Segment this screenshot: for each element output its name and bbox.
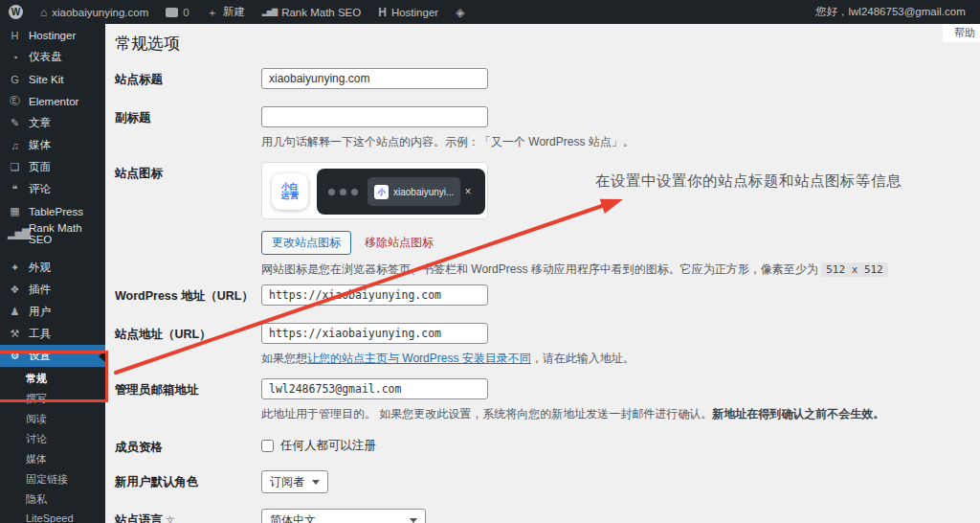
sidebar-item-site-kit[interactable]: G Site Kit xyxy=(0,68,105,90)
settings-general-page: 常规选项 站点标题 副标题 用几句话解释一下这个站点的内容。示例：「又一个 Wo… xyxy=(105,24,980,523)
favicon-icon: 小 xyxy=(374,185,389,199)
plugin-icon: ❖ xyxy=(8,284,22,296)
admin-sidebar: H Hostinger ◔ 仪表盘 G Site Kit Ⓔ Elementor… xyxy=(0,24,105,523)
site-language-value: 简体中文 xyxy=(270,512,316,523)
sidebar-item-label: Hostinger xyxy=(29,30,76,41)
submenu-item-permalinks[interactable]: 固定链接 xyxy=(0,469,105,489)
sidebar-item-tablepress[interactable]: ▦ TablePress xyxy=(0,200,105,222)
admin-bar: W ⌂ xiaobaiyunying.com 0 ＋ 新建 ▂▅▇ Rank M… xyxy=(0,0,980,24)
adminbar-diamond[interactable]: ◈ xyxy=(447,0,473,24)
site-language-label-text: 站点语言 xyxy=(115,513,163,523)
adminbar-comments[interactable]: 0 xyxy=(157,0,197,24)
sidebar-item-dashboard[interactable]: ◔ 仪表盘 xyxy=(0,46,105,68)
default-role-select[interactable]: 订阅者 xyxy=(261,470,328,493)
adminbar-new-label: 新建 xyxy=(223,5,245,19)
site-title-label: 站点标题 xyxy=(115,68,261,88)
site-url-label: 站点地址（URL） xyxy=(115,323,261,343)
sidebar-item-posts[interactable]: ✎ 文章 xyxy=(0,112,105,134)
browser-tab: 小 xiaobaiyunyi... xyxy=(368,177,460,206)
adminbar-rank-math[interactable]: ▂▅▇ Rank Math SEO xyxy=(254,0,370,24)
sidebar-item-hostinger[interactable]: H Hostinger xyxy=(0,24,105,46)
membership-checkbox-label: 任何人都可以注册 xyxy=(280,438,376,454)
close-icon: × xyxy=(464,185,471,198)
plus-icon: ＋ xyxy=(207,7,218,18)
sidebar-item-label: 评论 xyxy=(29,182,51,196)
sidebar-item-label: Elementor xyxy=(29,96,78,107)
home-differs-link[interactable]: 让您的站点主页与 WordPress 安装目录不同 xyxy=(307,352,531,365)
sidebar-item-label: 插件 xyxy=(29,283,51,297)
site-url-input[interactable] xyxy=(261,323,488,344)
pencil-icon: ✎ xyxy=(8,117,22,129)
adminbar-site-link[interactable]: ⌂ xiaobaiyunying.com xyxy=(32,0,157,24)
browser-dots-icon xyxy=(328,189,358,195)
row-site-language: 站点语言文 简体中文 xyxy=(115,509,957,523)
pages-icon: ❏ xyxy=(8,161,22,173)
sidebar-item-label: Site Kit xyxy=(29,74,63,85)
chart-bars-icon: ▂▅▇ xyxy=(262,8,277,16)
site-url-desc-text: ，请在此输入地址。 xyxy=(531,352,635,365)
sidebar-item-settings[interactable]: ⚙ 设置 xyxy=(0,345,105,367)
gear-icon: ⚙ xyxy=(8,350,22,362)
submenu-item-general[interactable]: 常规 xyxy=(0,369,105,389)
sidebar-item-label: 文章 xyxy=(29,116,51,130)
submenu-item-discussion[interactable]: 讨论 xyxy=(0,429,105,449)
settings-submenu: 常规 撰写 阅读 讨论 媒体 固定链接 隐私 LiteSpeed Cache xyxy=(0,367,105,523)
change-site-icon-button[interactable]: 更改站点图标 xyxy=(261,231,351,255)
sidebar-item-plugins[interactable]: ❖ 插件 xyxy=(0,279,105,301)
sidebar-item-users[interactable]: ♟ 用户 xyxy=(0,301,105,323)
remove-site-icon-link[interactable]: 移除站点图标 xyxy=(365,235,434,251)
app-icon: 小白 运营 xyxy=(272,173,308,210)
submenu-item-litespeed-cache[interactable]: LiteSpeed Cache xyxy=(0,510,105,523)
sidebar-item-elementor[interactable]: Ⓔ Elementor xyxy=(0,90,105,112)
browser-tab-title: xiaobaiyunyi... xyxy=(393,187,454,197)
row-site-title: 站点标题 xyxy=(115,68,957,89)
adminbar-account-greeting[interactable]: 您好，lwl2486753@gmail.com xyxy=(815,5,980,19)
user-icon: ♟ xyxy=(8,306,22,318)
sidebar-item-tools[interactable]: ⚒ 工具 xyxy=(0,323,105,345)
tagline-description: 用几句话解释一下这个站点的内容。示例：「又一个 WordPress 站点」。 xyxy=(261,133,893,150)
submenu-item-reading[interactable]: 阅读 xyxy=(0,409,105,429)
translation-icon: 文 xyxy=(166,515,175,523)
admin-email-input[interactable] xyxy=(261,378,488,399)
tagline-input[interactable] xyxy=(261,106,488,127)
app-icon-text: 运营 xyxy=(281,192,299,200)
admin-email-desc-bold: 新地址在得到确认之前不会生效。 xyxy=(712,407,884,421)
row-admin-email: 管理员邮箱地址 此地址用于管理目的。 如果您更改此设置，系统将向您的新地址发送一… xyxy=(115,378,957,422)
site-title-input[interactable] xyxy=(261,68,488,89)
adminbar-new-menu[interactable]: ＋ 新建 xyxy=(198,0,254,24)
wordpress-url-input[interactable] xyxy=(261,284,488,306)
google-icon: G xyxy=(8,74,22,85)
sidebar-item-media[interactable]: ♫ 媒体 xyxy=(0,134,105,156)
site-url-desc-text: 如果您想 xyxy=(261,352,307,365)
diamond-icon: ◈ xyxy=(456,7,464,18)
anyone-can-register-checkbox[interactable] xyxy=(261,440,274,452)
adminbar-hostinger[interactable]: H Hostinger xyxy=(369,0,447,24)
site-language-select[interactable]: 简体中文 xyxy=(261,509,426,523)
default-role-label: 新用户默认角色 xyxy=(115,470,261,490)
site-icon-desc-text: 网站图标是您在浏览器标签页、书签栏和 WordPress 移动应用程序中看到的图… xyxy=(261,262,821,276)
chevron-down-icon xyxy=(410,518,417,523)
sidebar-item-appearance[interactable]: ✦ 外观 xyxy=(0,257,105,279)
site-language-label: 站点语言文 xyxy=(115,509,261,523)
sidebar-item-pages[interactable]: ❏ 页面 xyxy=(0,156,105,178)
size-code: 512 x 512 xyxy=(821,262,888,277)
wordpress-logo-icon: W xyxy=(9,5,23,19)
comments-icon: ❝ xyxy=(8,183,22,195)
sidebar-item-label: 仪表盘 xyxy=(29,50,62,64)
sidebar-item-comments[interactable]: ❝ 评论 xyxy=(0,178,105,200)
admin-email-description: 此地址用于管理目的。 如果您更改此设置，系统将向您的新地址发送一封邮件进行确认。… xyxy=(261,405,893,422)
help-button[interactable]: 帮助 xyxy=(943,24,980,42)
sidebar-item-rank-math[interactable]: ▂▅▇ Rank Math SEO xyxy=(0,222,105,244)
comment-bubble-icon xyxy=(166,8,178,17)
sidebar-item-label: 媒体 xyxy=(29,138,51,152)
site-icon-label: 站点图标 xyxy=(115,162,261,182)
submenu-item-writing[interactable]: 撰写 xyxy=(0,389,105,409)
submenu-item-privacy[interactable]: 隐私 xyxy=(0,489,105,510)
site-url-description: 如果您想让您的站点主页与 WordPress 安装目录不同，请在此输入地址。 xyxy=(261,350,893,367)
wordpress-url-label: WordPress 地址（URL） xyxy=(115,284,261,305)
chevron-down-icon xyxy=(312,480,320,489)
dashboard-icon: ◔ xyxy=(8,52,22,63)
wp-logo-menu[interactable]: W xyxy=(0,0,32,24)
page-title: 常规选项 xyxy=(115,33,180,55)
submenu-item-media[interactable]: 媒体 xyxy=(0,449,105,469)
